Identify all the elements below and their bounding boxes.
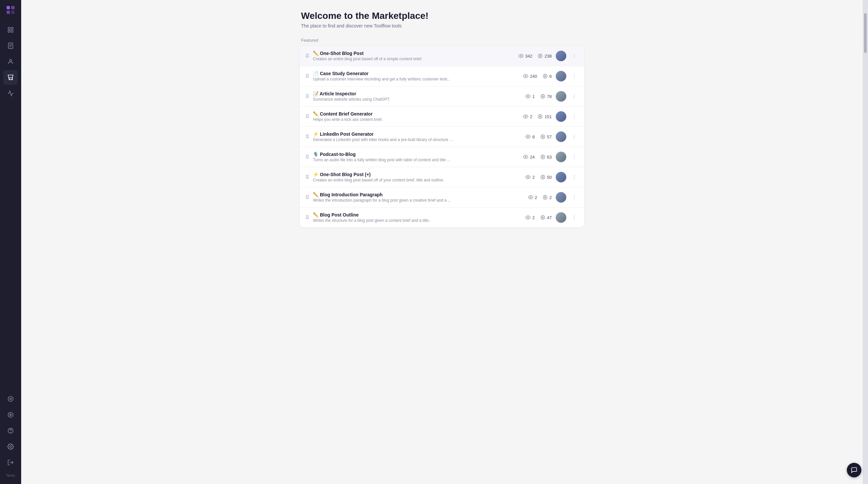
svg-rect-1 [11, 6, 14, 9]
eye-icon [523, 74, 528, 79]
pin-icon [305, 74, 310, 79]
tool-description: Writes the structure for a blog post giv… [313, 218, 525, 223]
svg-marker-68 [542, 176, 544, 178]
sidebar-item-marketplace[interactable] [3, 70, 18, 85]
play-icon [540, 154, 546, 160]
more-options-button[interactable] [569, 92, 579, 101]
eye-icon [528, 195, 533, 200]
logo[interactable] [5, 4, 17, 16]
svg-point-69 [574, 175, 575, 176]
tool-item[interactable]: ⚡ LinkedIn Post Generator Generated a Li… [300, 127, 584, 147]
runs-count: 50 [547, 175, 552, 180]
stat-runs: 78 [540, 94, 552, 99]
svg-point-48 [574, 115, 575, 115]
pin-icon [305, 154, 310, 159]
stat-runs: 57 [540, 134, 552, 139]
more-options-button[interactable] [569, 72, 579, 81]
tool-description: Upload a customer interview recording an… [313, 77, 523, 81]
svg-point-60 [541, 155, 545, 159]
sidebar-item-help[interactable] [3, 423, 18, 438]
tool-info: ⚡ One-Shot Blog Post (+) Creates an enti… [313, 172, 525, 182]
svg-point-67 [541, 175, 545, 179]
more-options-button[interactable] [569, 51, 579, 61]
tool-item[interactable]: 🎙️ Podcast-to-Blog Turns an audio file i… [300, 147, 584, 167]
svg-point-29 [574, 57, 575, 58]
sidebar-item-grid[interactable] [3, 23, 18, 37]
svg-marker-26 [540, 55, 541, 57]
stat-views: 2 [528, 195, 537, 200]
svg-point-59 [525, 156, 526, 158]
pin-icon [305, 94, 310, 98]
tool-info: ⚡ LinkedIn Post Generator Generated a Li… [313, 132, 525, 142]
sidebar-item-runs[interactable] [3, 407, 18, 422]
tool-item[interactable]: 📄 Case Study Generator Upload a customer… [300, 66, 584, 86]
stat-views: 240 [523, 74, 537, 79]
svg-marker-47 [540, 116, 541, 117]
sidebar-item-profile[interactable] [3, 54, 18, 69]
svg-marker-40 [542, 95, 544, 97]
views-count: 24 [530, 154, 534, 160]
avatar [556, 152, 566, 162]
sidebar-item-logout[interactable] [3, 455, 18, 470]
play-icon [537, 114, 543, 119]
tool-item[interactable]: ✏️ Blog Introduction Paragraph Writes th… [300, 188, 584, 207]
sidebar-item-docs[interactable] [3, 38, 18, 53]
play-icon [540, 134, 546, 139]
svg-point-73 [530, 197, 531, 198]
tool-stats: 8 57 [525, 134, 552, 139]
avatar [556, 192, 566, 203]
page-header: Welcome to the Marketplace! The place to… [300, 10, 584, 28]
pin-icon [305, 175, 310, 179]
tool-item[interactable]: ✏️ Blog Post Outline Writes the structur… [300, 207, 584, 227]
more-options-button[interactable] [569, 213, 579, 222]
more-options-button[interactable] [569, 193, 579, 202]
tool-info: 📝 Article Inspector Summarize website ar… [313, 91, 525, 102]
chat-bubble-button[interactable] [847, 463, 861, 477]
avatar [556, 51, 566, 61]
tool-description: Creates an entire blog post based off of… [313, 178, 525, 182]
tool-description: Writes the introduction paragraph for a … [313, 198, 528, 203]
tool-item[interactable]: ✏️ One-Shot Blog Post Creates an entire … [300, 46, 584, 66]
terms-link[interactable]: Terms [6, 474, 15, 477]
avatar [556, 71, 566, 81]
svg-point-24 [520, 55, 522, 57]
tool-info: 🎙️ Podcast-to-Blog Turns an audio file i… [313, 152, 523, 162]
tool-stats: 2 151 [523, 114, 552, 119]
stat-runs: 50 [540, 174, 552, 180]
more-options-button[interactable] [569, 172, 579, 182]
svg-point-15 [10, 398, 11, 400]
stat-views: 2 [523, 114, 532, 119]
more-options-button[interactable] [569, 112, 579, 121]
content-wrapper: Welcome to the Marketplace! The place to… [300, 0, 584, 484]
scrollbar-thumb[interactable] [864, 13, 867, 53]
page-subtitle: The place to find and discover new Toolf… [301, 23, 583, 28]
sidebar-item-integrations[interactable] [3, 392, 18, 406]
scrollbar[interactable] [863, 0, 868, 484]
more-options-button[interactable] [569, 152, 579, 162]
tool-item[interactable]: 📝 Article Inspector Summarize website ar… [300, 86, 584, 107]
section-featured-label: Featured [300, 38, 584, 43]
svg-point-84 [574, 217, 575, 218]
svg-marker-75 [545, 196, 546, 198]
svg-point-34 [574, 74, 575, 75]
svg-point-77 [574, 197, 575, 198]
play-icon [542, 195, 548, 200]
more-options-button[interactable] [569, 132, 579, 141]
eye-icon [523, 114, 528, 119]
svg-point-43 [574, 98, 575, 98]
runs-count: 78 [547, 94, 552, 99]
svg-point-63 [574, 156, 575, 157]
pin-icon [305, 54, 310, 58]
tool-item[interactable]: ⚡ One-Shot Blog Post (+) Creates an enti… [300, 167, 584, 188]
sidebar-item-settings[interactable] [3, 439, 18, 454]
svg-point-42 [574, 96, 575, 97]
svg-point-50 [574, 118, 575, 118]
tool-stats: 24 63 [523, 154, 552, 160]
stat-views: 8 [525, 134, 534, 139]
sidebar-item-analytics[interactable] [3, 86, 18, 101]
pin-icon [305, 135, 310, 139]
tool-stats: 240 6 [523, 74, 552, 79]
stat-runs: 2 [542, 195, 552, 200]
tool-item[interactable]: ✏️ Content Brief Generator Helps you wri… [300, 107, 584, 127]
svg-point-62 [574, 155, 575, 155]
